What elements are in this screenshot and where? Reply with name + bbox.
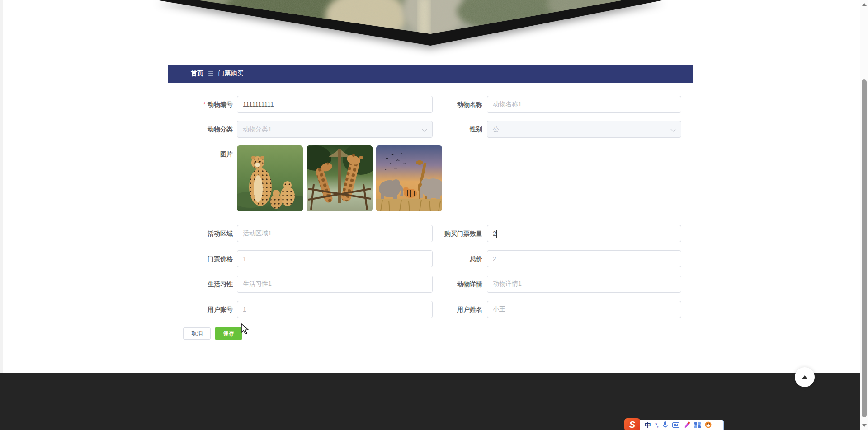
vertical-scrollbar[interactable] <box>860 0 868 430</box>
habits-label: 生活习性 <box>156 276 233 293</box>
skin-brush-icon[interactable] <box>684 421 690 428</box>
animal-category-select[interactable]: 动物分类1 <box>237 121 433 138</box>
emoji-face-icon[interactable] <box>705 421 712 428</box>
breadcrumb-separator-icon: ☰ <box>208 70 214 77</box>
savanna-photo[interactable] <box>376 145 442 211</box>
habits-input[interactable] <box>237 276 433 293</box>
gender-value: 公 <box>493 126 499 133</box>
scrollbar-thumb[interactable] <box>862 79 867 417</box>
chevron-down-icon <box>670 126 675 131</box>
animal-name-input[interactable] <box>487 96 681 113</box>
ime-logo-icon[interactable]: S <box>624 418 640 430</box>
animal-name-label: 动物名称 <box>406 96 482 113</box>
username-input[interactable] <box>487 301 681 318</box>
quantity-label: 购买门票数量 <box>406 225 482 242</box>
mouse-cursor <box>240 323 250 335</box>
details-input[interactable] <box>487 276 681 293</box>
arrow-up-icon <box>802 375 808 379</box>
images-label: 图片 <box>156 145 233 163</box>
area-input[interactable] <box>237 225 433 242</box>
text-caret <box>496 230 497 238</box>
ime-language-mode[interactable]: 中 <box>645 421 651 430</box>
cancel-button[interactable]: 取消 <box>183 327 211 340</box>
username-label: 用户姓名 <box>406 301 482 318</box>
animal-category-label: 动物分类 <box>156 121 233 138</box>
account-input[interactable] <box>237 301 433 318</box>
page: 首页 ☰ 门票购买 *动物编号 动物名称 动物分类 动物分类1 性别 公 图片 <box>0 0 868 430</box>
animal-no-input[interactable] <box>237 96 433 113</box>
details-label: 动物详情 <box>406 276 482 293</box>
quantity-input[interactable] <box>487 225 681 242</box>
price-label: 门票价格 <box>156 250 233 267</box>
area-label: 活动区域 <box>156 225 233 242</box>
giraffe-photo[interactable] <box>307 145 373 211</box>
page-footer <box>0 373 868 430</box>
window-left-edge <box>0 0 3 373</box>
ime-toolbar[interactable]: S 中 °, <box>625 420 724 430</box>
total-label: 总价 <box>406 250 482 267</box>
cheetah-photo[interactable] <box>237 145 303 211</box>
animal-category-value: 动物分类1 <box>243 126 272 133</box>
breadcrumb-current: 门票购买 <box>218 70 244 78</box>
save-button[interactable]: 保存 <box>215 327 242 340</box>
price-input[interactable] <box>237 250 433 267</box>
hero-chevron-banner <box>154 0 669 54</box>
toolbox-grid-icon[interactable] <box>694 422 701 428</box>
keyboard-icon[interactable] <box>672 422 679 428</box>
ime-punctuation-icon[interactable]: °, <box>655 421 658 428</box>
gender-label: 性别 <box>406 121 482 138</box>
total-input[interactable] <box>487 250 681 267</box>
back-to-top-button[interactable] <box>795 367 815 387</box>
scrollbar-down-arrow[interactable] <box>860 422 868 429</box>
microphone-icon[interactable] <box>662 421 668 429</box>
breadcrumb: 首页 ☰ 门票购买 <box>168 65 693 83</box>
required-asterisk: * <box>203 101 206 108</box>
breadcrumb-home-link[interactable]: 首页 <box>191 70 203 78</box>
animal-no-label: *动物编号 <box>156 96 233 113</box>
gender-select[interactable]: 公 <box>487 121 681 138</box>
account-label: 用户账号 <box>156 301 233 318</box>
scrollbar-up-arrow[interactable] <box>860 1 868 8</box>
